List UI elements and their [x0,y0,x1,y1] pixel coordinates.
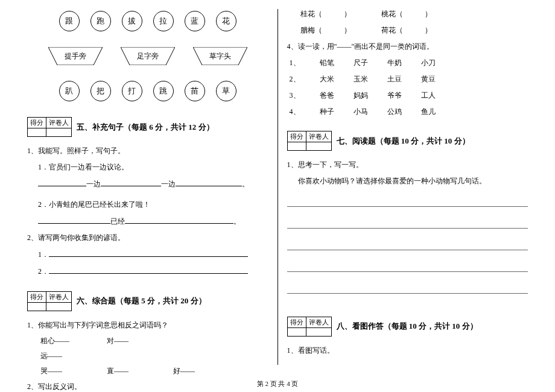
section-8-header: 得分评卷人 八、看图作答（每题 10 分，共计 10 分） [287,317,528,337]
char-text: 打 [128,86,136,96]
char-text: 苗 [191,86,198,96]
scorer-cell[interactable] [306,327,331,336]
char-text: 拉 [159,16,167,27]
char-text: 蓝 [191,16,198,27]
left-column: 跟 跑 拔 拉 蓝 花 提手旁 足字旁 草字头 趴 把 打 跳 [18,6,278,368]
score-box: 得分评卷人 [27,291,72,311]
score-cell[interactable] [287,142,306,151]
word-category-row[interactable]: 2、 大米 玉米 土豆 黄豆 [300,74,528,84]
fill-blank-line[interactable]: 一边一边。 [27,178,268,190]
word-item: 工人 [421,90,436,101]
trapezoid-box: 提手旁 [48,47,103,65]
pair-item: 直—— [107,366,173,376]
word-item: 铅笔 [320,58,334,68]
page-footer: 第 2 页 共 4 页 [0,379,555,388]
score-box: 得分评卷人 [287,317,332,337]
flower-item: 桃花（ ） [381,9,432,19]
score-cell[interactable] [28,302,46,311]
antonym-row[interactable]: 远—— [40,351,268,361]
word-item: 牛奶 [387,58,402,68]
word-item: 鱼儿 [421,107,436,117]
worksheet-page: 跟 跑 拔 拉 蓝 花 提手旁 足字旁 草字头 趴 把 打 跳 [18,6,537,368]
pair-item: 好—— [173,366,239,376]
section-5-header: 得分评卷人 五、补充句子（每题 6 分，共计 12 分） [27,117,268,137]
word-item: 大米 [320,74,334,84]
word-item: 小刀 [421,58,436,68]
flower-row[interactable]: 桂花（ ） 桃花（ ） [300,9,528,19]
section-title: 五、补充句子（每题 6 分，共计 12 分） [77,122,214,133]
list-num: 2． [38,267,49,276]
question-text: 2、请写两句你收集到的谚语。 [27,232,268,244]
word-item: 妈妈 [354,90,368,101]
char-circle: 蓝 [185,11,205,31]
writing-line[interactable] [287,217,528,229]
scorer-cell[interactable] [46,302,72,311]
char-circle: 打 [122,81,142,101]
trap-label: 足字旁 [121,51,175,62]
flower-item: 腊梅（ ） [300,25,351,36]
writing-line[interactable] [287,238,528,250]
score-box: 得分评卷人 [287,131,332,151]
list-num: 1． [38,250,49,259]
word-category-row[interactable]: 1、 铅笔 尺子 牛奶 小刀 [300,58,528,68]
answer-line[interactable]: 1． [27,248,268,261]
char-text: 跳 [159,86,167,96]
word-category-row[interactable]: 3、 爸爸 妈妈 爷爷 工人 [300,90,528,101]
char-text: 花 [222,16,230,27]
section-6-header: 得分评卷人 六、综合题（每题 5 分，共计 20 分） [27,291,268,311]
section-title: 六、综合题（每题 5 分，共计 20 分） [77,296,206,306]
score-label: 得分 [287,131,306,142]
question-text: 1、你能写出与下列字词意思相反之词语吗？ [27,320,268,331]
score-label: 得分 [287,317,306,327]
bottom-char-row: 趴 把 打 跳 苗 草 [27,81,268,101]
char-circle: 花 [216,11,236,31]
section-title: 七、阅读题（每题 10 分，共计 10 分） [337,136,470,147]
antonym-row[interactable]: 粗心—— 对—— [40,336,268,346]
char-text: 趴 [65,86,73,96]
scorer-cell[interactable] [306,142,331,151]
top-char-row: 跟 跑 拔 拉 蓝 花 [27,11,268,31]
trap-label: 提手旁 [48,51,103,62]
row-idx: 4、 [290,107,300,117]
score-cell[interactable] [287,327,306,336]
char-circle: 草 [216,81,236,101]
row-idx: 2、 [290,74,300,84]
scorer-label: 评卷人 [46,118,72,128]
trapezoid-box: 草字头 [193,47,247,65]
writing-line[interactable] [287,282,528,294]
char-circle: 苗 [185,81,205,101]
writing-line[interactable] [287,195,528,207]
row-idx: 1、 [290,58,300,68]
flower-item: 桂花（ ） [300,9,351,19]
hint-text: 一边 [86,180,101,188]
pair-item: 哭—— [40,366,107,376]
fill-blank-line[interactable]: 已经。 [27,215,268,227]
scorer-cell[interactable] [46,128,72,137]
trapezoid-box: 足字旁 [121,47,175,65]
scorer-label: 评卷人 [46,291,72,302]
score-label: 得分 [28,118,46,128]
flower-row[interactable]: 腊梅（ ） 荷花（ ） [300,25,528,36]
question-text: 1、看图写话。 [287,345,528,356]
char-text: 草 [222,86,230,96]
word-item: 玉米 [354,74,368,84]
word-item: 黄豆 [421,74,436,84]
word-item: 爸爸 [320,90,334,101]
char-circle: 拔 [122,11,142,31]
char-text: 把 [97,86,104,96]
char-circle: 跳 [153,81,174,101]
writing-line[interactable] [287,260,528,272]
question-text: 1、我能写。照样子，写句子。 [27,145,268,157]
score-cell[interactable] [28,128,46,137]
page-number: 第 2 页 共 4 页 [257,380,299,387]
word-category-row[interactable]: 4、 种子 小马 公鸡 鱼儿 [300,107,528,117]
score-label: 得分 [28,291,46,302]
antonym-row[interactable]: 哭—— 直—— 好—— [40,366,268,376]
char-circle: 拉 [153,11,174,31]
sub-question: 2．小青蛙的尾巴已经长出来了啦！ [27,199,268,210]
answer-line[interactable]: 2． [27,265,268,277]
word-item: 爷爷 [387,90,402,101]
pair-item: 对—— [107,336,173,346]
word-item: 种子 [320,107,334,117]
char-circle: 趴 [59,81,80,101]
